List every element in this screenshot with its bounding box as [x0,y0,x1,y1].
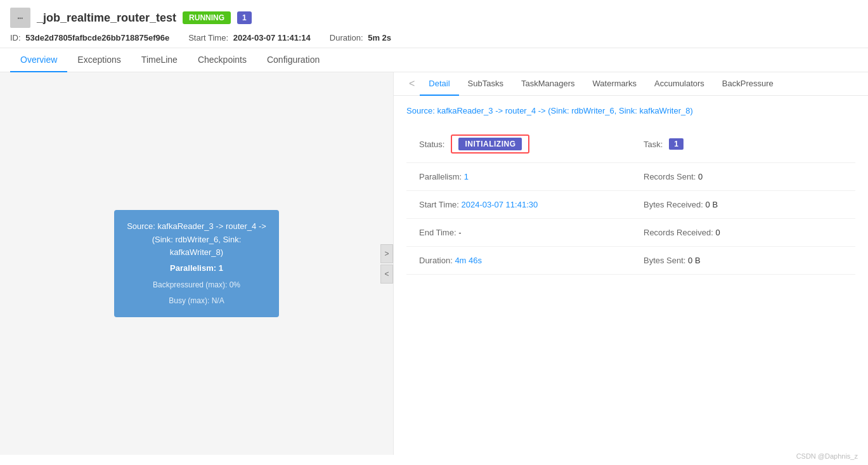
start-time-section: Start Time: 2024-03-07 11:41:14 [188,33,311,43]
duration-cell: Duration: 4m 46s [406,247,631,275]
task-label: Task: [644,140,663,149]
status-cell: Status: INITIALIZING [406,126,631,162]
start-time-section: Start Time: 2024-03-07 11:41:30 Bytes Re… [406,191,855,219]
start-time-label: Start Time: [188,33,228,43]
tab-exceptions[interactable]: Exceptions [67,48,131,72]
detail-tab-detail[interactable]: Detail [420,72,458,96]
duration-label: Duration: [330,33,363,43]
bytes-received-value: 0 B [706,200,718,209]
status-row: Status: INITIALIZING Task: 1 [406,126,855,163]
detail-content: Source: kafkaReader_3 -> router_4 -> (Si… [394,96,868,455]
duration-section: Duration: 5m 2s [330,33,391,43]
bytes-sent-cell: Bytes Sent: 0 B [631,247,855,275]
task-cell: Task: 1 [631,126,855,162]
id-label: ID: [10,33,21,43]
parallelism-label: Parallelism: [419,172,462,181]
bytes-received-label: Bytes Received: [644,200,703,209]
parallelism-cell: Parallelism: 1 [406,163,631,191]
status-box: INITIALIZING [451,134,529,154]
nav-left-icon[interactable]: < [404,73,420,95]
end-time-label: End Time: [419,228,457,237]
detail-tab-backpressure[interactable]: BackPressure [713,72,782,96]
node-path: Source: kafkaReader_3 -> router_4 -> (Si… [406,106,855,115]
tab-configuration[interactable]: Configuration [257,48,330,72]
duration-value: 5m 2s [368,33,391,43]
tab-overview[interactable]: Overview [10,48,67,72]
records-sent-cell: Records Sent: 0 [631,163,855,191]
tab-checkpoints[interactable]: Checkpoints [188,48,257,72]
duration-section: Duration: 4m 46s Bytes Sent: 0 B [406,247,855,275]
graph-area: Source: kafkaReader_3 -> router_4 -> (Si… [0,72,393,455]
records-received-cell: Records Received: 0 [631,219,855,247]
id-value: 53de2d7805fafbcde26bb718875ef96e [25,33,169,43]
status-label: Status: [419,140,444,149]
records-sent-label: Records Sent: [644,172,696,181]
task-badge: 1 [669,138,683,150]
bytes-sent-label: Bytes Sent: [644,256,685,265]
records-received-value: 0 [715,228,720,237]
start-time-label: Start Time: [419,200,459,209]
running-badge: RUNNING [183,11,231,24]
detail-panel: < Detail SubTasks TaskManagers Watermark… [393,72,868,455]
detail-tab-taskmanagers[interactable]: TaskManagers [512,72,584,96]
node-parallelism: Parallelism: 1 [127,262,266,275]
tab-timeline[interactable]: TimeLine [131,48,188,72]
parallelism-section: Parallelism: 1 Records Sent: 0 [406,163,855,191]
start-time-cell: Start Time: 2024-03-07 11:41:30 [406,191,631,219]
footer: CSDN @Daphnis_z [796,452,858,455]
header-meta: ID: 53de2d7805fafbcde26bb718875ef96e Sta… [10,33,858,43]
records-received-label: Records Received: [644,228,713,237]
end-time-section: End Time: - Records Received: 0 [406,219,855,247]
node-backpressured: Backpressured (max): 0% [127,279,266,291]
main-tabs: Overview Exceptions TimeLine Checkpoints… [0,48,868,72]
avatar: ▪▪▪ [10,8,30,28]
detail-tab-accumulators[interactable]: Accumulators [645,72,713,96]
bytes-received-cell: Bytes Received: 0 B [631,191,855,219]
node-label: Source: kafkaReader_3 -> router_4 -> (Si… [127,220,266,259]
bytes-sent-value: 0 B [688,256,701,265]
end-time-cell: End Time: - [406,219,631,247]
duration-label: Duration: [419,256,453,265]
start-time-value: 2024-03-07 11:41:14 [233,33,311,43]
id-section: ID: 53de2d7805fafbcde26bb718875ef96e [10,33,169,43]
start-time-value: 2024-03-07 11:41:30 [461,200,538,209]
parallelism-value: 1 [464,172,469,181]
node-busy: Busy (max): N/A [127,295,266,307]
header-top: ▪▪▪ _job_realtime_router_test RUNNING 1 [10,8,858,28]
toggle-collapse[interactable]: < [380,265,393,284]
header: ▪▪▪ _job_realtime_router_test RUNNING 1 … [0,0,868,48]
job-title: _job_realtime_router_test [37,11,176,25]
detail-tabs: < Detail SubTasks TaskManagers Watermark… [394,72,868,96]
footer-text: CSDN @Daphnis_z [796,452,858,455]
collapse-toggle: > < [380,244,393,284]
records-sent-value: 0 [698,172,703,181]
detail-tab-subtasks[interactable]: SubTasks [459,72,512,96]
toggle-expand[interactable]: > [380,244,393,263]
main-content: Source: kafkaReader_3 -> router_4 -> (Si… [0,72,868,455]
detail-tab-watermarks[interactable]: Watermarks [584,72,646,96]
status-badge: INITIALIZING [458,138,522,150]
alert-badge: 1 [237,11,252,24]
end-time-value: - [458,228,461,237]
node-box[interactable]: Source: kafkaReader_3 -> router_4 -> (Si… [114,210,279,318]
duration-value: 4m 46s [455,256,482,265]
